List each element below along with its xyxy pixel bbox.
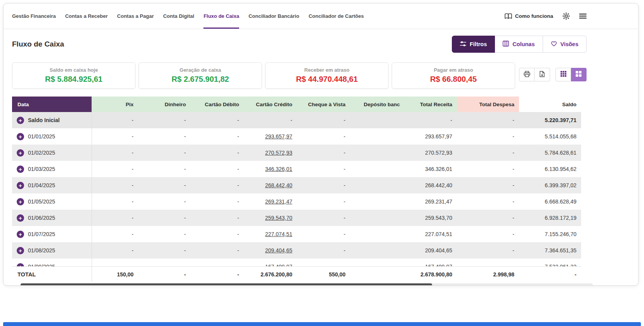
total-row: TOTAL 150,00 - - 2.676.200,80 550,00 2.6… [12, 267, 581, 282]
expand-row-button[interactable]: + [17, 214, 24, 222]
cell-cartao-debito: - [191, 128, 244, 145]
nav-item-fluxo-de-caixa[interactable]: Fluxo de Caixa [203, 3, 239, 29]
nav-item-contas-a-receber[interactable]: Contas a Receber [65, 3, 108, 29]
gear-icon[interactable] [562, 12, 570, 20]
credit-card-value-link[interactable]: 209.404,65 [265, 247, 292, 254]
credit-card-value-link[interactable]: 268.442,40 [265, 182, 292, 188]
expand-row-button[interactable]: + [17, 166, 24, 173]
views-button[interactable]: Visões [543, 36, 587, 53]
cell-cartao-debito: - [191, 226, 244, 242]
column-header-pix: Pix [92, 97, 138, 112]
cell-dinheiro: - [138, 161, 191, 177]
expand-row-button[interactable]: + [17, 263, 24, 267]
export-file-button[interactable] [535, 68, 550, 81]
cell-cartao-debito: - [191, 177, 244, 193]
cell-saldo: 7.532.061,32 [519, 259, 581, 266]
grid-summary-view-button[interactable] [571, 68, 587, 81]
cell-deposito-bancario [350, 161, 404, 177]
expand-row-button[interactable]: + [17, 247, 24, 254]
total-cell-cartao-credito: 2.676.200,80 [244, 267, 297, 282]
cell-saldo: 6.130.954,62 [519, 161, 581, 177]
filters-button[interactable]: Filtros [452, 36, 495, 53]
columns-button[interactable]: Colunas [495, 36, 543, 53]
cell-deposito-bancario [350, 177, 404, 193]
credit-card-value-link[interactable]: 167.409,97 [265, 264, 292, 266]
printer-icon [524, 71, 530, 79]
cell-cartao-credito: - [244, 112, 297, 128]
cell-cartao-credito: 167.409,97 [244, 259, 297, 266]
card-value: R$ 44.970.448,61 [266, 75, 388, 84]
cell-cheque-a-vista: - [297, 128, 350, 145]
nav-item-conta-digital[interactable]: Conta Digital [163, 3, 194, 29]
row-label: 01/09/2025 [28, 264, 55, 266]
cell-dinheiro: - [138, 112, 191, 128]
total-cell-deposito-bancario [350, 267, 404, 282]
card-geracao-de-caixa: Geração de caixa R$ 2.675.901,82 [139, 62, 262, 89]
cell-deposito-bancario [350, 128, 404, 145]
expand-row-button[interactable]: + [17, 149, 24, 157]
cell-saldo: 5.514.055,68 [519, 128, 581, 145]
column-header-cartao-credito: Cartão Crédito [244, 97, 297, 112]
horizontal-scrollbar-track[interactable] [21, 283, 593, 286]
row-label-cell: +Saldo Inicial [12, 112, 92, 128]
nav-item-gestao-financeira[interactable]: Gestão Financeira [12, 3, 56, 29]
nav-item-contas-a-pagar[interactable]: Contas a Pagar [117, 3, 154, 29]
cell-pix: - [92, 177, 138, 193]
how-it-works-link[interactable]: Como funciona [505, 13, 553, 19]
expand-row-button[interactable]: + [17, 182, 24, 189]
card-receber-em-atraso: Receber em atraso R$ 44.970.448,61 [265, 62, 389, 89]
row-label: 01/06/2025 [28, 215, 55, 221]
credit-card-value-link[interactable]: 259.543,70 [265, 215, 292, 221]
row-label: 01/01/2025 [28, 133, 55, 140]
cell-dinheiro: - [138, 210, 191, 226]
print-button[interactable] [519, 68, 535, 81]
cell-total-despesa: - [457, 226, 519, 242]
expand-row-button[interactable]: + [17, 231, 24, 238]
cell-saldo: 5.220.397,71 [519, 112, 581, 128]
expand-row-button[interactable]: + [17, 133, 24, 140]
grid-detailed-view-button[interactable] [555, 68, 571, 81]
credit-card-value-link[interactable]: 227.074,51 [265, 231, 292, 237]
export-button-group [519, 68, 550, 81]
cell-pix: - [92, 193, 138, 210]
table-row: +01/08/2025---209.404,65-209.404,65-7.36… [12, 242, 581, 259]
expand-row-button[interactable]: + [17, 117, 24, 124]
table-body-table: +Saldo Inicial-------5.220.397,71+01/01/… [12, 112, 581, 266]
table-row: +01/03/2025---346.326,01-346.326,01-6.13… [12, 161, 581, 177]
credit-card-value-link[interactable]: 346.326,01 [265, 166, 292, 172]
nav-item-conciliador-bancario[interactable]: Conciliador Bancário [248, 3, 299, 29]
row-label: 01/08/2025 [28, 247, 55, 254]
menu-icon[interactable] [579, 13, 587, 19]
total-cell-pix: 150,00 [92, 267, 138, 282]
cell-cartao-debito: - [191, 161, 244, 177]
row-label-cell: +01/07/2025 [12, 226, 92, 242]
cell-deposito-bancario [350, 242, 404, 259]
nav-item-conciliador-de-cartoes[interactable]: Conciliador de Cartões [309, 3, 364, 29]
grid-large-icon [576, 71, 582, 78]
horizontal-scrollbar-thumb[interactable] [21, 283, 432, 286]
column-header-dinheiro: Dinheiro [138, 97, 191, 112]
expand-row-button[interactable]: + [17, 198, 24, 205]
page-title: Fluxo de Caixa [12, 40, 64, 48]
cell-deposito-bancario [350, 259, 404, 266]
table-body-viewport: +Saldo Inicial-------5.220.397,71+01/01/… [12, 112, 581, 266]
credit-card-value-link[interactable]: 270.572,93 [265, 150, 292, 156]
cell-total-despesa: - [457, 161, 519, 177]
credit-card-value-link[interactable]: 293.657,97 [265, 133, 292, 140]
cell-saldo: 7.364.651,35 [519, 242, 581, 259]
card-saldo-em-caixa-hoje: Saldo em caixa hoje R$ 5.884.925,61 [12, 62, 135, 89]
cell-pix: - [92, 242, 138, 259]
cell-cartao-credito: 227.074,51 [244, 226, 297, 242]
row-label-cell: +01/01/2025 [12, 128, 92, 145]
cell-dinheiro: - [138, 242, 191, 259]
total-row-label: TOTAL [12, 267, 92, 282]
cell-cartao-debito: - [191, 242, 244, 259]
cell-cartao-credito: 270.572,93 [244, 145, 297, 161]
credit-card-value-link[interactable]: 269.231,47 [265, 198, 292, 205]
view-mode-group [555, 68, 587, 81]
cell-pix: - [92, 259, 138, 266]
total-cell-saldo: - [519, 267, 581, 282]
nav-right-actions: Como funciona [505, 3, 587, 29]
row-label: 01/05/2025 [28, 198, 55, 205]
row-label-cell: +01/03/2025 [12, 161, 92, 177]
